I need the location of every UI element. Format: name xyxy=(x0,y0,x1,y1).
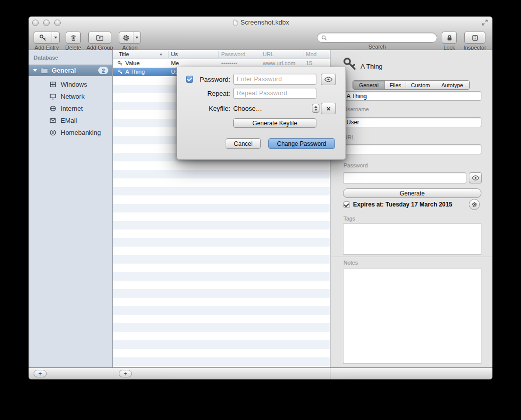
generate-keyfile-button[interactable]: Generate Keyfile xyxy=(233,118,316,128)
sidebar-item-homebanking[interactable]: Homebanking xyxy=(29,126,112,138)
add-entry-footer-button[interactable]: + xyxy=(119,370,132,377)
inspector-panel: A Thing General Files Custom Autotype Us… xyxy=(330,50,492,367)
eye-icon xyxy=(324,77,332,82)
search-field[interactable] xyxy=(317,33,437,43)
inspector-toolbar-item: Inspector xyxy=(459,32,491,51)
url-field[interactable] xyxy=(343,144,481,154)
dialog-repeat-label: Repeat: xyxy=(195,90,230,97)
password-enable-checkbox[interactable] xyxy=(186,76,193,83)
tab-general[interactable]: General xyxy=(353,81,385,89)
chevron-up-icon xyxy=(314,106,317,108)
add-group-footer-button[interactable]: + xyxy=(34,370,47,377)
entry-title: A Thing xyxy=(125,69,145,75)
fullscreen-icon[interactable] xyxy=(481,19,488,26)
sidebar: Database General 2 Windows Network Inter… xyxy=(29,50,113,367)
change-password-button[interactable]: Change Password xyxy=(268,138,335,149)
tab-autotype[interactable]: Autotype xyxy=(435,81,469,89)
cancel-button[interactable]: Cancel xyxy=(226,138,261,149)
popup-stepper-icon[interactable] xyxy=(312,104,319,113)
search-toolbar-item: Search xyxy=(317,32,437,50)
folder-icon xyxy=(40,66,49,75)
chevron-down-icon xyxy=(135,37,138,39)
toolbar: Add Entry Delete Add Group Action xyxy=(29,29,492,50)
column-header-title[interactable]: Title xyxy=(119,51,129,57)
action-dropdown[interactable] xyxy=(133,32,140,43)
dialog-reveal-password-button[interactable] xyxy=(321,74,336,85)
sidebar-item-label: Network xyxy=(61,93,85,100)
expires-options-button[interactable] xyxy=(469,199,480,210)
footer-divider xyxy=(330,368,330,379)
sidebar-item-label: Windows xyxy=(61,81,87,88)
username-field[interactable] xyxy=(343,117,481,127)
title-field[interactable] xyxy=(343,91,481,101)
dialog-keyfile-label: Keyfile: xyxy=(195,105,230,112)
column-header-password[interactable]: Password xyxy=(221,51,245,57)
username-label: Username xyxy=(343,106,369,112)
add-group-button[interactable] xyxy=(88,32,111,44)
sidebar-item-windows[interactable]: Windows xyxy=(29,78,112,90)
clear-keyfile-button[interactable]: × xyxy=(321,103,336,114)
entry-url: www.url.com xyxy=(263,60,295,66)
homebanking-icon xyxy=(49,129,57,136)
email-icon xyxy=(49,117,57,124)
delete-button[interactable] xyxy=(66,32,81,44)
key-icon xyxy=(39,34,47,42)
entry-title: Value xyxy=(125,60,140,66)
keyfile-popup[interactable]: Choose… xyxy=(233,103,319,114)
internet-icon xyxy=(49,105,57,112)
tags-input[interactable] xyxy=(343,224,481,255)
entry-password: •••••••• xyxy=(221,60,237,66)
inspector-icon xyxy=(471,34,479,42)
dialog-repeat-input[interactable] xyxy=(233,88,316,99)
search-input[interactable] xyxy=(330,34,433,42)
column-header-username[interactable]: Us xyxy=(171,51,178,57)
sidebar-item-email[interactable]: EMail xyxy=(29,114,112,126)
reveal-password-button[interactable] xyxy=(469,172,482,183)
footer-divider xyxy=(113,368,113,379)
window-title: Screenshot.kdbx xyxy=(29,19,492,26)
column-divider[interactable] xyxy=(168,51,168,58)
password-field[interactable] xyxy=(343,172,466,183)
tags-label: Tags xyxy=(343,216,355,222)
column-header-url[interactable]: URL xyxy=(263,51,274,57)
windows-icon xyxy=(49,81,57,88)
inspector-entry-title: A Thing xyxy=(361,63,383,70)
lock-button[interactable] xyxy=(442,32,457,44)
action-button[interactable] xyxy=(119,32,141,44)
tab-files[interactable]: Files xyxy=(385,81,406,89)
inspector-button[interactable] xyxy=(464,32,485,44)
add-group-toolbar-item: Add Group xyxy=(85,32,115,51)
add-entry-toolbar-item: Add Entry xyxy=(31,32,63,51)
folder-plus-icon xyxy=(96,34,104,42)
generate-password-button[interactable]: Generate xyxy=(343,188,481,198)
network-icon xyxy=(49,93,57,100)
sort-descending-icon xyxy=(159,54,162,56)
tab-custom[interactable]: Custom xyxy=(406,81,435,89)
sidebar-section-header: Database xyxy=(34,55,58,61)
search-icon xyxy=(321,35,327,41)
entry-row[interactable]: Value Me •••••••• www.url.com 15 xyxy=(113,59,330,68)
bottom-bar: + + xyxy=(29,367,492,379)
column-divider[interactable] xyxy=(218,51,219,58)
notes-label: Notes xyxy=(343,260,358,266)
add-entry-dropdown[interactable] xyxy=(52,32,59,43)
inspector-tabs: General Files Custom Autotype xyxy=(353,80,470,90)
sidebar-group-general[interactable]: General 2 xyxy=(29,65,112,76)
column-divider[interactable] xyxy=(260,51,260,58)
sidebar-item-internet[interactable]: Internet xyxy=(29,102,112,114)
dialog-password-input[interactable] xyxy=(233,74,316,85)
disclosure-triangle-icon[interactable] xyxy=(33,69,37,72)
change-password-dialog: Password: Repeat: Keyfile: Choose… × Gen… xyxy=(177,67,346,160)
column-header-modified[interactable]: Mod xyxy=(306,51,316,57)
keyfile-popup-value: Choose… xyxy=(233,105,312,112)
sidebar-item-network[interactable]: Network xyxy=(29,90,112,102)
entry-username: Me xyxy=(171,60,179,66)
notes-input[interactable] xyxy=(343,269,481,364)
add-entry-button[interactable] xyxy=(34,32,60,44)
expires-checkbox[interactable] xyxy=(343,201,350,208)
group-badge: 2 xyxy=(98,67,108,74)
eye-icon xyxy=(472,175,479,180)
key-icon xyxy=(117,61,123,66)
title-bar: Screenshot.kdbx xyxy=(29,17,492,29)
column-divider[interactable] xyxy=(303,51,303,58)
